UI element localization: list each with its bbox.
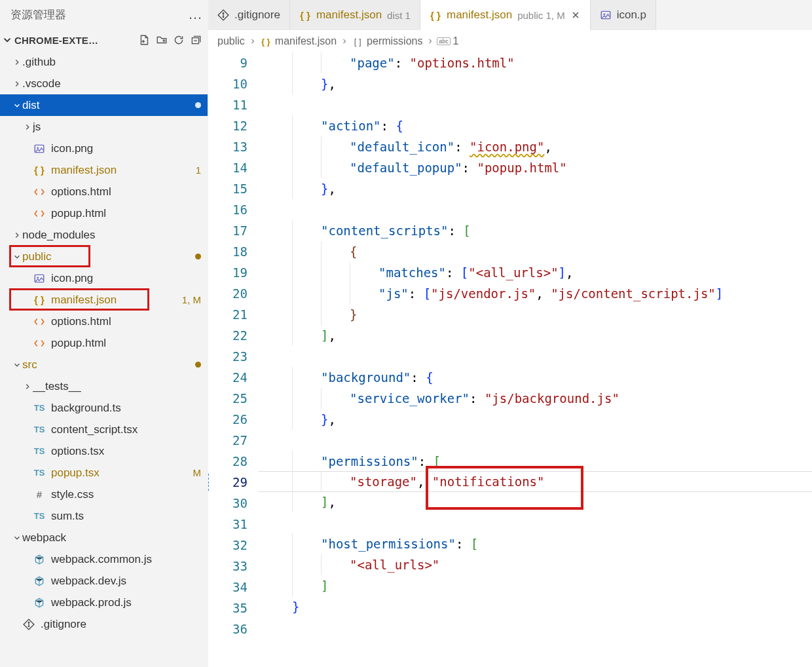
code-line-25[interactable]: "service_worker": "js/background.js" bbox=[258, 388, 812, 409]
new-folder-icon[interactable] bbox=[154, 32, 170, 48]
chevron-down-icon[interactable] bbox=[12, 100, 22, 111]
file-src_sum[interactable]: •TSsum.ts bbox=[0, 505, 208, 527]
file-src_popup[interactable]: •TSpopup.tsxM bbox=[0, 462, 208, 484]
code-line-17[interactable]: "content_scripts": [ bbox=[258, 220, 812, 241]
code-line-28[interactable]: "permissions": [ bbox=[258, 451, 812, 472]
code-line-12[interactable]: "action": { bbox=[258, 115, 812, 136]
code-line-20[interactable]: "js": ["js/vendor.js", "js/content_scrip… bbox=[258, 283, 812, 304]
file-public_icon[interactable]: •icon.png bbox=[0, 267, 208, 289]
collapse-all-icon[interactable] bbox=[188, 32, 204, 48]
file-src_cs[interactable]: •TScontent_script.tsx bbox=[0, 419, 208, 440]
new-file-icon[interactable] bbox=[137, 32, 153, 48]
json-icon: { } bbox=[299, 9, 311, 21]
code-line-33[interactable]: "<all_urls>" bbox=[258, 554, 812, 575]
code-line-16[interactable] bbox=[258, 199, 812, 220]
project-header[interactable]: CHROME-EXTE… bbox=[0, 29, 208, 51]
breadcrumb[interactable]: public{ }manifest.json[ ]permissionsabc1 bbox=[208, 30, 812, 52]
code-line-10[interactable]: }, bbox=[258, 73, 812, 94]
file-wp_common[interactable]: •webpack.common.js bbox=[0, 548, 208, 570]
folder-public[interactable]: public bbox=[0, 246, 208, 267]
code-line-34[interactable]: ] bbox=[258, 575, 812, 596]
file-tree[interactable]: .github.vscodedistjs•icon.png•{ }manifes… bbox=[0, 51, 208, 667]
file-src_opt[interactable]: •TSoptions.tsx bbox=[0, 440, 208, 462]
explorer-menu-icon[interactable]: … bbox=[188, 9, 202, 20]
folder-src_tests[interactable]: __tests__ bbox=[0, 375, 208, 397]
code-line-9[interactable]: "page": "options.html" bbox=[258, 52, 812, 73]
line-number: 12 bbox=[208, 115, 248, 136]
refresh-icon[interactable] bbox=[171, 32, 187, 48]
code-line-24[interactable]: "background": { bbox=[258, 367, 812, 388]
code-line-36[interactable] bbox=[258, 617, 812, 638]
file-public_options[interactable]: •options.html bbox=[0, 311, 208, 332]
tree-item-label: public bbox=[22, 250, 191, 263]
tab-t_manifest_public[interactable]: { }manifest.jsonpublic 1, M bbox=[420, 0, 591, 30]
tree-item-label: icon.png bbox=[51, 142, 201, 155]
code-line-22[interactable]: ], bbox=[258, 325, 812, 346]
chevron-down-icon[interactable] bbox=[12, 252, 22, 262]
file-wp_dev[interactable]: •webpack.dev.js bbox=[0, 570, 208, 592]
tab-label: manifest.json bbox=[447, 9, 512, 22]
file-src_bg[interactable]: •TSbackground.ts bbox=[0, 397, 208, 419]
code-line-32[interactable]: "host_permissions": [ bbox=[258, 533, 812, 554]
tree-item-label: background.ts bbox=[51, 402, 201, 415]
tab-t_iconp[interactable]: icon.p bbox=[591, 0, 656, 30]
crumb-0[interactable]: public bbox=[217, 35, 245, 47]
folder-vscode[interactable]: .vscode bbox=[0, 73, 208, 94]
chevron-right-icon[interactable] bbox=[22, 381, 33, 392]
ts-icon: TS bbox=[33, 467, 46, 480]
tree-item-label: popup.tsx bbox=[51, 467, 189, 480]
file-dist_icon[interactable]: •icon.png bbox=[0, 138, 208, 159]
explorer-title: 资源管理器 bbox=[10, 7, 66, 22]
code-line-27[interactable] bbox=[258, 430, 812, 451]
tab-t_manifest_dist[interactable]: { }manifest.jsondist 1 bbox=[290, 0, 420, 30]
tree-item-label: webpack.common.js bbox=[51, 553, 201, 566]
folder-webpack[interactable]: webpack bbox=[0, 527, 208, 548]
file-dist_popup[interactable]: •popup.html bbox=[0, 202, 208, 224]
html-icon bbox=[33, 337, 46, 350]
file-public_popup[interactable]: •popup.html bbox=[0, 332, 208, 354]
file-gitignore[interactable]: •.gitignore bbox=[0, 613, 208, 635]
folder-src[interactable]: src bbox=[0, 354, 208, 375]
explorer-sidebar: 资源管理器 … CHROME-EXTE… bbox=[0, 0, 208, 667]
line-number: 14 bbox=[208, 157, 248, 178]
tab-t_gitignore[interactable]: .gitignore bbox=[208, 0, 290, 30]
chevron-right-icon[interactable] bbox=[12, 79, 22, 89]
line-number: 20 bbox=[208, 283, 248, 304]
line-number: 15 bbox=[208, 178, 248, 199]
folder-dist_js[interactable]: js bbox=[0, 116, 208, 138]
code-line-31[interactable] bbox=[258, 512, 812, 533]
chevron-right-icon[interactable] bbox=[12, 230, 22, 240]
code-line-26[interactable]: }, bbox=[258, 409, 812, 430]
code-area[interactable]: "page": "options.html"},"action": {"defa… bbox=[258, 52, 812, 667]
chevron-down-icon[interactable] bbox=[12, 533, 22, 543]
code-line-14[interactable]: "default_popup": "popup.html" bbox=[258, 157, 812, 178]
folder-dist[interactable]: dist bbox=[0, 94, 208, 116]
line-number: 10 bbox=[208, 73, 248, 94]
code-line-30[interactable]: ], bbox=[258, 491, 812, 512]
code-line-35[interactable]: } bbox=[258, 596, 812, 617]
code-line-23[interactable] bbox=[258, 346, 812, 367]
chevron-right-icon[interactable] bbox=[12, 57, 22, 67]
file-src_style[interactable]: •#style.css bbox=[0, 484, 208, 505]
chevron-down-icon[interactable] bbox=[12, 360, 22, 370]
code-line-29[interactable]: "storage", "notifications" bbox=[258, 471, 812, 492]
code-line-13[interactable]: "default_icon": "icon.png", bbox=[258, 136, 812, 157]
close-icon[interactable] bbox=[570, 10, 581, 20]
file-dist_manifest[interactable]: •{ }manifest.json1 bbox=[0, 159, 208, 181]
crumb-3[interactable]: 1 bbox=[452, 35, 458, 47]
code-line-21[interactable]: } bbox=[258, 304, 812, 325]
crumb-2[interactable]: permissions bbox=[367, 35, 422, 47]
chevron-right-icon bbox=[249, 37, 257, 45]
code-line-15[interactable]: }, bbox=[258, 178, 812, 199]
code-line-11[interactable] bbox=[258, 94, 812, 115]
folder-github[interactable]: .github bbox=[0, 51, 208, 73]
code-line-18[interactable]: { bbox=[258, 241, 812, 262]
dirty-dot-icon bbox=[195, 362, 201, 368]
code-line-19[interactable]: "matches": ["<all_urls>"], bbox=[258, 262, 812, 283]
chevron-right-icon[interactable] bbox=[22, 122, 33, 132]
file-public_manifest[interactable]: •{ }manifest.json1, M bbox=[0, 289, 208, 311]
file-dist_options[interactable]: •options.html bbox=[0, 181, 208, 202]
folder-node_modules[interactable]: node_modules bbox=[0, 224, 208, 246]
file-wp_prod[interactable]: •webpack.prod.js bbox=[0, 592, 208, 613]
crumb-1[interactable]: manifest.json bbox=[275, 35, 337, 47]
